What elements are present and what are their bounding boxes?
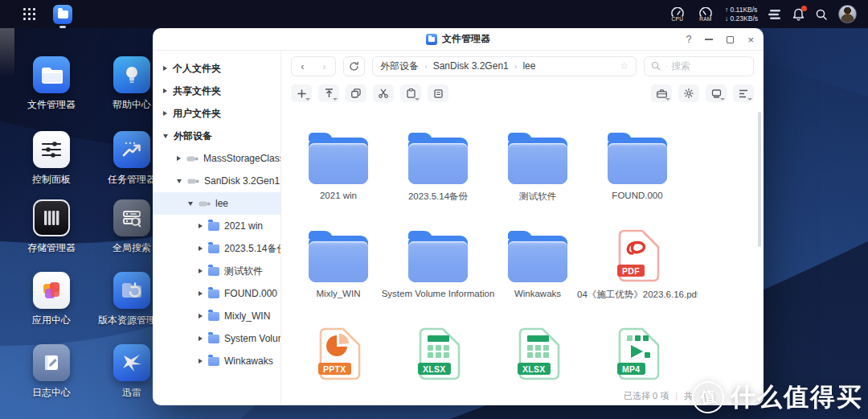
upload-speed: ↑ 0.11KB/s [725, 6, 758, 14]
sidebar-item-2021-win[interactable]: 2021 win [153, 215, 280, 237]
settings-button[interactable] [678, 84, 699, 102]
file-item-folder[interactable]: FOUND.000 [588, 117, 687, 215]
sidebar-item-shared[interactable]: 共享文件夹 [153, 80, 280, 102]
breadcrumb-segment[interactable]: SanDisk 3.2Gen1 [433, 60, 509, 72]
file-item-pptx[interactable]: PPTX 04《施工优势》2023.6.16.pptx [289, 313, 388, 386]
expand-arrow-icon[interactable] [177, 156, 181, 161]
collapse-arrow-icon[interactable] [188, 202, 193, 206]
network-speed[interactable]: ↑ 0.11KB/s ↓ 0.23KB/s [725, 6, 758, 23]
taskbar-file-manager-app[interactable] [53, 5, 72, 24]
breadcrumb-separator: › [424, 61, 428, 71]
breadcrumb-segment[interactable]: lee [522, 60, 535, 72]
expand-arrow-icon[interactable] [199, 224, 203, 228]
maximize-icon[interactable] [727, 36, 734, 43]
sidebar-item-lee-selected[interactable]: lee [153, 192, 280, 215]
upload-button[interactable] [318, 84, 339, 102]
widgets-icon[interactable] [768, 9, 782, 20]
desktop-icon-file-manager[interactable]: 文件管理器 [11, 56, 92, 112]
folder-icon [208, 290, 219, 298]
sidebar-item-sandisk[interactable]: SanDisk 3.2Gen1 [153, 170, 280, 192]
vertical-scrollbar[interactable] [758, 112, 761, 247]
server-search-icon [113, 199, 150, 236]
sidebar-item-users[interactable]: 用户文件夹 [153, 102, 280, 125]
back-button[interactable]: ‹ [301, 60, 304, 72]
expand-arrow-icon[interactable] [199, 314, 203, 318]
file-item-folder[interactable]: 2021 win [289, 117, 388, 215]
toolbox-button[interactable] [651, 84, 672, 102]
usb-drive-icon [187, 178, 199, 185]
collapse-arrow-icon[interactable] [163, 134, 168, 138]
sidebar-item-winkawaks[interactable]: Winkawaks [153, 350, 280, 372]
file-item-xlsx[interactable]: XLSX 6日签到表.xlsx [488, 313, 588, 386]
search-input[interactable] [671, 60, 735, 72]
copy-button[interactable] [346, 84, 366, 102]
favorite-star-icon[interactable]: ☆ [620, 60, 628, 72]
expand-arrow-icon[interactable] [163, 88, 167, 93]
apps-menu-icon[interactable] [23, 8, 35, 20]
sort-view-button[interactable] [733, 84, 754, 102]
minimize-icon[interactable] [705, 39, 713, 40]
status-separator: | [675, 391, 678, 401]
search-icon[interactable] [815, 8, 828, 21]
xlsx-badge: XLSX [518, 363, 551, 375]
forward-button[interactable]: › [322, 60, 326, 72]
clipboard-button[interactable] [428, 84, 448, 102]
desktop-icon-log-center[interactable]: 日志中心 [11, 344, 92, 400]
paste-button[interactable] [400, 84, 421, 102]
paste-icon [407, 88, 416, 98]
close-icon[interactable]: × [747, 35, 754, 45]
desktop-icon-label: 存储管理器 [11, 241, 92, 255]
sidebar-item-external-devices[interactable]: 外部设备 [153, 125, 280, 147]
expand-arrow-icon[interactable] [199, 291, 203, 296]
sidebar-item-massstorageclass[interactable]: MassStorageClass [153, 147, 280, 170]
sidebar-item-2023-backup[interactable]: 2023.5.14备份 [153, 237, 280, 260]
search-box[interactable]: · [644, 56, 754, 76]
file-item-pdf[interactable]: PDF 04《施工优势》2023.6.16.pdf [588, 215, 687, 313]
expand-arrow-icon[interactable] [199, 246, 203, 251]
file-item-mp4[interactable]: MP4 11.26杯2.mp4 [588, 313, 687, 386]
file-manager-icon [33, 56, 70, 93]
folder-icon [58, 10, 68, 18]
refresh-button[interactable] [343, 56, 365, 76]
new-item-button[interactable] [291, 84, 312, 102]
help-button[interactable]: ? [686, 35, 692, 44]
expand-arrow-icon[interactable] [163, 66, 167, 71]
file-item-folder[interactable]: Mixly_WIN [289, 215, 388, 313]
cpu-gauge[interactable]: CPU [669, 7, 686, 22]
cpu-label: CPU [672, 16, 684, 22]
desktop-icon-app-center[interactable]: 应用中心 [11, 272, 92, 327]
sidebar-item-mixly-win[interactable]: Mixly_WIN [153, 305, 280, 327]
app-center-icon [33, 272, 70, 309]
sort-list-icon [739, 89, 748, 98]
sidebar-item-found000[interactable]: FOUND.000 [153, 282, 280, 305]
file-item-folder[interactable]: 测试软件 [488, 117, 588, 215]
expand-arrow-icon[interactable] [199, 336, 203, 341]
expand-arrow-icon[interactable] [163, 111, 167, 116]
device-view-button[interactable] [706, 84, 727, 102]
expand-arrow-icon[interactable] [199, 359, 203, 364]
folder-icon [309, 138, 368, 184]
user-avatar[interactable] [838, 5, 857, 23]
ram-gauge[interactable]: RAM [697, 7, 714, 22]
breadcrumb[interactable]: 外部设备 › SanDisk 3.2Gen1 › lee ☆ [372, 56, 637, 76]
file-item-folder[interactable]: System Volume Information [388, 215, 488, 313]
sidebar-tree: 个人文件夹 共享文件夹 用户文件夹 外部设备 MassStorageClass … [153, 51, 281, 405]
sidebar-item-system-volume[interactable]: System Volume Information [153, 327, 280, 350]
folder-icon [208, 222, 219, 231]
breadcrumb-segment[interactable]: 外部设备 [380, 60, 419, 73]
file-item-folder[interactable]: Winkawaks [488, 215, 588, 313]
notifications-button[interactable] [792, 8, 805, 21]
desktop-icon-control-panel[interactable]: 控制面板 [11, 131, 92, 187]
scissors-icon [379, 88, 388, 98]
usb-drive-icon [199, 200, 211, 207]
file-item-folder[interactable]: 2023.5.14备份 [388, 117, 488, 215]
desktop-icon-storage-manager[interactable]: 存储管理器 [11, 199, 92, 255]
window-titlebar[interactable]: 文件管理器 ? × [153, 28, 764, 51]
collapse-arrow-icon[interactable] [177, 179, 182, 183]
file-grid-area: 2021 win 2023.5.14备份 测试软件 FOUND.000 [281, 105, 764, 386]
cut-button[interactable] [373, 84, 394, 102]
sidebar-item-test-software[interactable]: 测试软件 [153, 260, 280, 282]
sidebar-item-personal[interactable]: 个人文件夹 [153, 57, 280, 80]
file-item-xlsx[interactable]: XLSX 5日签到表.xlsx [388, 313, 488, 386]
expand-arrow-icon[interactable] [199, 269, 203, 273]
